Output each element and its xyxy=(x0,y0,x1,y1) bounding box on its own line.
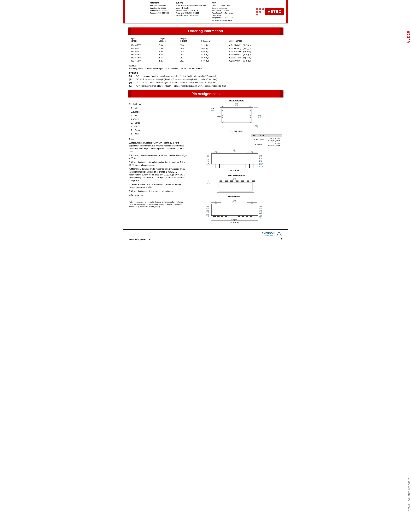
svg-rect-93 xyxy=(246,215,248,217)
europe-region: EUROPE Astec House, Waterfront Business … xyxy=(176,2,206,21)
emerson-logo-text: EMERSON xyxy=(262,232,275,235)
svg-rect-65 xyxy=(217,181,254,193)
americas-address: 5810 Van Allen Way Carlsbad, CA 92008 Te… xyxy=(150,4,170,14)
pin-item: + Vin xyxy=(131,106,187,110)
pin-assignments-section: Pin Assignments Single Output + VinEnabl… xyxy=(129,90,282,226)
table-row: 36V to 75V2.5V20A89% TypALD20G48(N) - (6… xyxy=(129,50,282,53)
pin-item: +Vout xyxy=(131,132,187,136)
pin-item: Enable xyxy=(131,110,187,114)
svg-rect-72 xyxy=(247,180,249,182)
svg-text:[3.8]: [3.8] xyxy=(251,202,253,204)
footnote-item: 6. All specifications subject to change … xyxy=(129,190,187,193)
svg-rect-70 xyxy=(236,180,238,182)
americas-title: AMERICAS xyxy=(150,2,170,4)
svg-text:[15.2]: [15.2] xyxy=(259,218,262,219)
svg-text:[2.5]: [2.5] xyxy=(215,152,217,154)
th-title: TH Termination xyxy=(191,99,282,102)
svg-text:[7.6]: [7.6] xyxy=(206,215,209,217)
svg-text:PIN SIDE DOWN: PIN SIDE DOWN xyxy=(228,196,240,197)
pin-number-list: + VinEnable- Vin- Vout- SenseTrim+ Sense… xyxy=(131,106,187,136)
svg-text:Pin 1: Pin 1 xyxy=(221,106,224,107)
asia-address: Units 2111-2116, Level 21 Tower1, Metrop… xyxy=(212,4,233,21)
astec-logo: ASTEC xyxy=(256,2,284,21)
svg-rect-73 xyxy=(252,180,255,182)
th-pin-side-up-svg: 0.10 [2.5] 1.20 [7.9] 0.10 [2.5] xyxy=(206,149,268,172)
header-regions: AMERICAS 5810 Van Allen Way Carlsbad, CA… xyxy=(127,2,256,21)
svg-text:PIN SIDE UP: PIN SIDE UP xyxy=(230,221,239,223)
table-row: 36V to 75V5.0V12A91% TypALD12A48(N) - (6… xyxy=(129,43,282,47)
svg-text:0.30: 0.30 xyxy=(206,214,209,215)
svg-text:[2.9]: [2.9] xyxy=(258,116,261,118)
footnotes: Notes: 1. Measured at 20MHz bandwidth wi… xyxy=(129,138,187,197)
svg-text:[15.2]: [15.2] xyxy=(206,164,210,166)
option-row: (L): "L" = RoHS compliant (RoHS 6) / "Bl… xyxy=(129,84,282,88)
pin-item: - Sense xyxy=(131,121,187,125)
svg-text:[3.8]: [3.8] xyxy=(206,156,209,157)
svg-point-14 xyxy=(250,114,251,115)
single-output-label: Single Output xyxy=(129,103,187,105)
col-efficiency: Efficiency2 xyxy=(200,37,227,43)
svg-text:0.15: 0.15 xyxy=(259,154,262,156)
emerson-icon xyxy=(276,231,282,237)
ordering-notes: NOTES: Efficiency values taken at nomina… xyxy=(129,64,282,88)
svg-text:[3.8]: [3.8] xyxy=(259,156,262,157)
ordering-title: Ordering Information xyxy=(188,29,223,33)
svg-text:See A: See A xyxy=(217,116,221,117)
svg-text:[15.2]: [15.2] xyxy=(259,166,263,167)
pin-item: + Sense xyxy=(131,128,187,132)
pin-item: - Vin xyxy=(131,114,187,117)
svg-text:0.60: 0.60 xyxy=(259,164,262,165)
pin-length-info: PIN LENGTH A Std Pin Length: 0.189 [4.8]… xyxy=(251,134,282,147)
svg-text:[3.0]: [3.0] xyxy=(235,105,238,106)
astec-logo-text: ASTEC xyxy=(265,8,284,15)
svg-text:0.60: 0.60 xyxy=(206,163,209,164)
svg-text:0.30: 0.30 xyxy=(259,158,262,159)
svg-rect-86 xyxy=(211,204,258,216)
svg-text:1.30: 1.30 xyxy=(235,103,238,105)
col-model-number: Model Number xyxy=(227,37,282,43)
svg-text:[3.8]: [3.8] xyxy=(215,202,217,204)
notes-text: Efficiency values taken at nominal input… xyxy=(129,67,282,70)
footer-right: EMERSON Network Power 2 xyxy=(262,231,282,240)
svg-text:[7.6]: [7.6] xyxy=(206,160,209,162)
svg-text:1.30: 1.30 xyxy=(233,178,236,179)
svg-text:0.15: 0.15 xyxy=(259,206,262,207)
svg-text:[4.8]: [4.8] xyxy=(255,126,258,128)
svg-point-12 xyxy=(222,121,223,123)
table-row: 36V to 75V1.5V25A85% TypALD25M48(N) - (6… xyxy=(129,56,282,59)
svg-text:[3.8]: [3.8] xyxy=(206,207,209,209)
svg-point-13 xyxy=(250,110,251,112)
header-right-bar xyxy=(286,0,288,23)
svg-text:0.45: 0.45 xyxy=(259,161,262,162)
svg-rect-91 xyxy=(238,215,240,217)
svg-text:[3.8]: [3.8] xyxy=(259,207,262,209)
svg-text:[8.8]: [8.8] xyxy=(211,110,214,111)
svg-text:0.15: 0.15 xyxy=(206,154,209,156)
pin-assignments-title-bar: Pin Assignments xyxy=(129,90,282,97)
svg-rect-66 xyxy=(219,182,252,191)
th-pin-side-down-svg: 1.30 [3.0] Pin 1 Pin 8 xyxy=(206,103,268,133)
svg-text:PIN SIDE UP: PIN SIDE UP xyxy=(230,170,239,171)
footnotes-list: 1. Measured at 20MHz bandwidth with exte… xyxy=(129,142,187,197)
ordering-section: Ordering Information InputVoltage Output… xyxy=(129,28,282,88)
europe-title: EUROPE xyxy=(176,2,206,4)
emerson-sub-text: Network Power xyxy=(263,235,274,237)
svg-text:0.30 [7.6]: 0.30 [7.6] xyxy=(231,219,237,221)
footnote-item: 5. Technical reference Notes should be c… xyxy=(129,183,187,189)
option-row: (6): "-6" = 3.7mm nominal pin length (de… xyxy=(129,78,282,81)
svg-text:PIN SIDE DOWN: PIN SIDE DOWN xyxy=(231,130,243,132)
ordering-table: InputVoltage OutputVoltage OutputCurrent… xyxy=(129,37,282,62)
svg-point-9 xyxy=(222,110,223,112)
smt-pin-side-down-svg: 1.30 [33.0] xyxy=(206,178,268,199)
red-divider-2 xyxy=(129,199,187,199)
svg-rect-88 xyxy=(217,215,220,217)
asia-title: ASIA xyxy=(212,2,233,4)
smt-termination: SMT Termination 1.30 [33.0] xyxy=(191,174,282,225)
diagrams-column: TH Termination 1.30 [3.0] xyxy=(191,99,282,226)
svg-text:[7.9]: [7.9] xyxy=(233,151,236,152)
pin-assignments-title: Pin Assignments xyxy=(191,92,220,96)
svg-text:0.45: 0.45 xyxy=(259,213,262,215)
americas-region: AMERICAS 5810 Van Allen Way Carlsbad, CA… xyxy=(150,2,170,21)
svg-text:[27.9]: [27.9] xyxy=(233,201,236,203)
svg-rect-6 xyxy=(222,109,252,123)
